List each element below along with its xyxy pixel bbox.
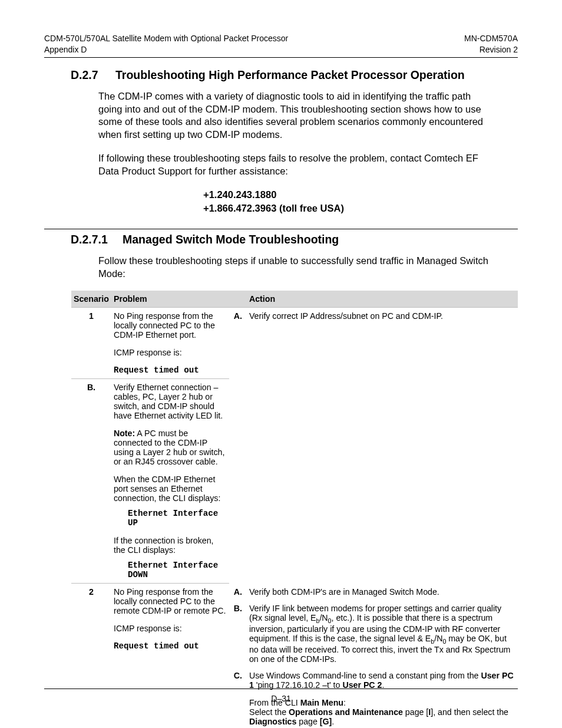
cell-problem: No Ping response from the locally connec… xyxy=(111,584,229,728)
section-title: Managed Switch Mode Troubleshooting xyxy=(123,233,339,246)
problem-text: No Ping response from the locally connec… xyxy=(114,311,227,340)
body-paragraph: If following these troubleshooting steps… xyxy=(98,152,491,178)
action-cell: Verify Ethernet connection – cables, PC,… xyxy=(111,379,229,584)
section-d27-heading: D.2.7 Troubleshooting High Performance P… xyxy=(71,68,518,82)
icmp-response-code: Request timed out xyxy=(114,641,227,651)
table-row: 1 No Ping response from the locally conn… xyxy=(71,308,518,379)
col-header-problem: Problem xyxy=(111,291,229,308)
footer-rule xyxy=(44,689,518,689)
cell-problem: No Ping response from the locally connec… xyxy=(111,308,229,379)
action-text: Verify IF link between modems for proper… xyxy=(247,600,518,667)
table-row: 2 No Ping response from the locally conn… xyxy=(71,584,518,600)
action-text: Verify correct IP Address/subnet on PC a… xyxy=(247,308,518,379)
cli-output: Ethernet Interface DOWN xyxy=(128,561,227,579)
action-letter: A. xyxy=(229,308,247,379)
col-header-scenario: Scenario xyxy=(71,291,111,308)
header-left: CDM-570L/570AL Satellite Modem with Opti… xyxy=(44,33,288,55)
troubleshooting-table: Scenario Problem Action 1 No Ping respon… xyxy=(71,291,518,728)
page-diagnostics: Diagnostics xyxy=(249,717,296,726)
page-ops-maint: Operations and Maintenance xyxy=(289,707,403,717)
icmp-response-code: Request timed out xyxy=(114,365,227,375)
action-letter: B. xyxy=(71,379,111,584)
col-header-action: Action xyxy=(247,291,518,308)
table-header-row: Scenario Problem Action xyxy=(71,291,518,308)
header-docnum: MN-CDM570A xyxy=(464,33,518,44)
action-note: Note: A PC must be connected to the CDM-… xyxy=(114,429,227,466)
action-text: Verify Ethernet connection – cables, PC,… xyxy=(114,383,227,420)
section-d271-heading: D.2.7.1 Managed Switch Mode Troubleshoot… xyxy=(71,233,518,246)
section-number: D.2.7 xyxy=(71,68,113,82)
action-sense-text: When the CDM-IP Ethernet port senses an … xyxy=(114,475,227,503)
cli-output: Ethernet Interface UP xyxy=(128,509,227,528)
page-header: CDM-570L/570AL Satellite Modem with Opti… xyxy=(44,33,518,55)
problem-text: No Ping response from the locally connec… xyxy=(114,587,227,615)
note-label: Note: xyxy=(114,429,135,438)
header-appendix: Appendix D xyxy=(44,44,288,55)
problem-icmp-label: ICMP response is: xyxy=(114,624,227,633)
col-header-action-spacer xyxy=(229,291,247,308)
header-rule xyxy=(44,57,518,58)
action-broken-text: If the connection is broken, the CLI dis… xyxy=(114,536,227,555)
action-letter: A. xyxy=(229,584,247,600)
phone-number-tollfree: +1.866.472.3963 (toll free USA) xyxy=(203,202,518,215)
body-paragraph: Follow these troubleshooting steps if un… xyxy=(98,255,491,281)
cell-scenario: 2 xyxy=(71,584,111,728)
section-title: Troubleshooting High Performance Packet … xyxy=(115,68,465,81)
page-number: D–31 xyxy=(0,694,562,703)
action-text: Verify both CDM-IP's are in Managed Swit… xyxy=(247,584,518,600)
header-revision: Revision 2 xyxy=(464,44,518,55)
section-divider xyxy=(44,229,518,229)
header-product: CDM-570L/570AL Satellite Modem with Opti… xyxy=(44,33,288,44)
action-ping-instruction: Use Windows Command-line to send a const… xyxy=(249,671,515,690)
body-paragraph: The CDM-IP comes with a variety of diagn… xyxy=(98,90,491,141)
page: CDM-570L/570AL Satellite Modem with Opti… xyxy=(0,0,562,728)
contact-block: +1.240.243.1880 +1.866.472.3963 (toll fr… xyxy=(203,188,518,215)
header-right: MN-CDM570A Revision 2 xyxy=(464,33,518,55)
problem-icmp-label: ICMP response is: xyxy=(114,348,227,357)
cell-scenario: 1 xyxy=(71,308,111,379)
action-letter: B. xyxy=(229,600,247,667)
table-row: B. Verify Ethernet connection – cables, … xyxy=(71,379,518,584)
section-number: D.2.7.1 xyxy=(71,233,120,246)
phone-number: +1.240.243.1880 xyxy=(203,188,518,201)
